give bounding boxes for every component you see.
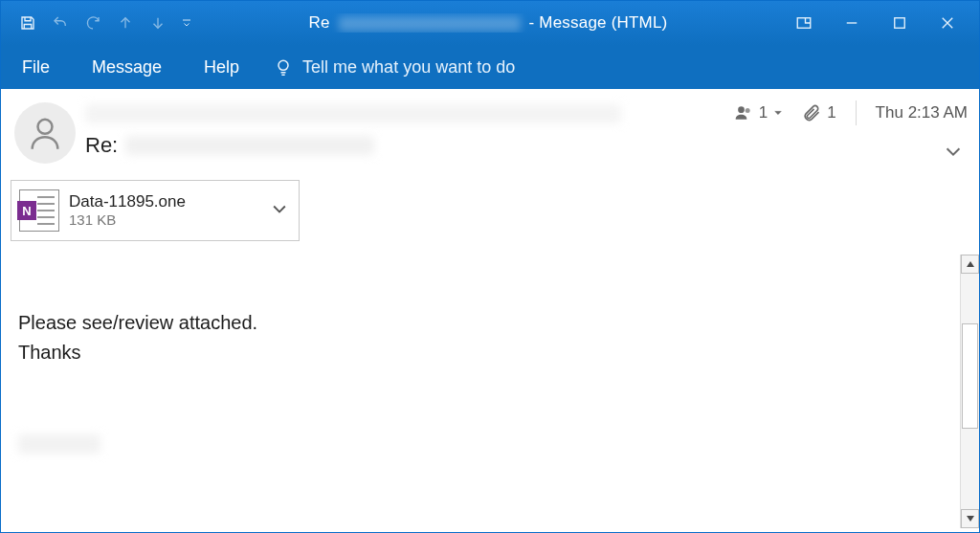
attachment-name: Data-11895.one	[69, 191, 260, 211]
sender-avatar[interactable]	[14, 102, 76, 164]
save-icon[interactable]	[18, 13, 37, 33]
svg-point-4	[738, 106, 745, 113]
message-body-wrap: Please see/review attached. Thanks	[1, 251, 979, 532]
expand-header-button[interactable]	[943, 141, 968, 166]
onenote-badge: N	[17, 201, 36, 220]
timestamp: Thu 2:13 AM	[876, 103, 968, 122]
attachments-indicator[interactable]: 1	[802, 103, 835, 122]
people-icon	[734, 103, 753, 122]
attachment-menu-button[interactable]	[270, 199, 289, 222]
attachment-item[interactable]: N Data-11895.one 131 KB	[11, 180, 300, 241]
tell-me-search[interactable]: Tell me what you want to do	[260, 57, 515, 78]
subject-prefix: Re:	[85, 133, 118, 158]
recipients-count: 1	[759, 103, 768, 122]
svg-point-5	[745, 108, 749, 113]
body-line-1: Please see/review attached.	[18, 308, 947, 338]
title-redacted	[339, 16, 521, 32]
title-bar: Re - Message (HTML)	[1, 1, 979, 45]
scroll-down-button[interactable]	[961, 509, 979, 528]
chevron-down-icon	[773, 108, 783, 118]
meta-separator	[856, 100, 857, 125]
message-body: Please see/review attached. Thanks	[1, 251, 960, 532]
undo-icon[interactable]	[51, 13, 70, 33]
title-suffix: - Message (HTML)	[529, 13, 668, 32]
header-right: 1 1 Thu 2:13 AM	[734, 97, 968, 166]
scroll-track[interactable]	[961, 274, 979, 509]
scroll-thumb[interactable]	[962, 323, 978, 429]
maximize-icon[interactable]	[889, 12, 910, 33]
chevron-down-icon	[943, 141, 964, 162]
title-prefix: Re	[309, 13, 330, 32]
attachment-text: Data-11895.one 131 KB	[69, 191, 260, 230]
window-controls	[784, 12, 979, 33]
redo-icon[interactable]	[83, 13, 102, 33]
menu-file[interactable]: File	[1, 45, 71, 89]
window-title: Re - Message (HTML)	[192, 13, 784, 33]
qat-customize-dropdown-icon[interactable]	[181, 13, 192, 33]
svg-rect-1	[895, 18, 905, 29]
header-center: Re:	[83, 97, 734, 166]
body-line-2: Thanks	[18, 338, 947, 367]
signature-redacted	[18, 434, 100, 454]
menu-help[interactable]: Help	[183, 45, 260, 89]
message-header: Re: 1 1 Thu 2:13 AM	[1, 89, 979, 174]
recipients-indicator[interactable]: 1	[734, 103, 783, 122]
triangle-down-icon	[966, 514, 975, 523]
attachments-count: 1	[827, 103, 835, 122]
triangle-up-icon	[966, 259, 975, 269]
menu-message[interactable]: Message	[71, 45, 183, 89]
menu-bar: File Message Help Tell me what you want …	[1, 45, 979, 89]
ribbon-display-options-icon[interactable]	[793, 12, 814, 33]
onenote-file-icon: N	[19, 189, 59, 232]
outlook-message-window: Re - Message (HTML) File Message Help Te	[0, 0, 980, 533]
svg-point-2	[278, 60, 288, 70]
tell-me-label: Tell me what you want to do	[302, 57, 515, 78]
header-meta-row: 1 1 Thu 2:13 AM	[734, 100, 968, 125]
quick-access-toolbar	[1, 13, 192, 33]
close-icon[interactable]	[937, 12, 958, 33]
subject-line: Re:	[83, 133, 734, 158]
minimize-icon[interactable]	[841, 12, 862, 33]
person-icon	[26, 114, 64, 152]
lightbulb-icon	[274, 57, 293, 77]
next-item-down-icon[interactable]	[148, 13, 167, 33]
subject-redacted	[125, 136, 374, 155]
attachment-size: 131 KB	[69, 211, 260, 230]
sender-redacted	[85, 104, 621, 123]
vertical-scrollbar[interactable]	[960, 255, 979, 528]
attachments-row: N Data-11895.one 131 KB	[1, 174, 979, 251]
chevron-down-icon	[270, 199, 289, 218]
scroll-up-button[interactable]	[961, 255, 979, 274]
paperclip-icon	[802, 103, 821, 122]
previous-item-up-icon[interactable]	[116, 13, 135, 33]
svg-point-3	[38, 120, 53, 134]
